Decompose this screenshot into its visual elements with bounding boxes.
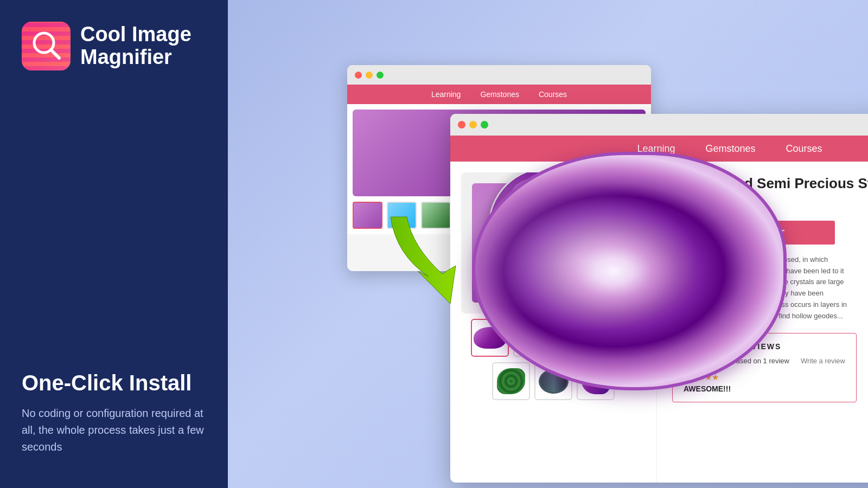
dot-yellow-small: [366, 72, 373, 79]
small-thumb-3: [421, 202, 451, 229]
browser-nav-small: Learning Gemstones Courses: [347, 85, 651, 104]
magnifier-lens: [488, 172, 608, 286]
nav-item-gemstones-small: Gemstones: [480, 90, 519, 99]
thumbnail-row-1: [471, 319, 636, 357]
browser-titlebar-small: [347, 65, 651, 85]
product-info-panel: Geodes and Semi Precious Stone €40,00 AD…: [656, 162, 868, 483]
browser-nav-large: Learning Gemstones Courses: [450, 136, 868, 162]
product-images-column: [450, 162, 656, 483]
nav-item-gemstones-large: Gemstones: [705, 143, 755, 155]
reviews-stars-row: ★★★★★ Based on 1 review Write a review: [684, 355, 845, 367]
dot-red-small: [355, 72, 362, 79]
thumb-green-gem: [556, 319, 593, 357]
review-count: Based on 1 review: [731, 357, 789, 365]
browser-window-large: Learning Gemstones Courses: [450, 114, 868, 483]
thumb-amethyst: [577, 362, 615, 400]
thumb-agate-dark: [534, 362, 572, 400]
browser-titlebar-large: [450, 114, 868, 136]
thumb-purple-slice: [471, 319, 509, 357]
dot-green-small: [376, 72, 384, 79]
product-area: Geodes and Semi Precious Stone €40,00 AD…: [450, 162, 868, 483]
dot-yellow-large: [469, 121, 477, 129]
product-price: €40,00: [672, 198, 868, 211]
dot-green-large: [481, 121, 488, 129]
app-title: Cool Image Magnifier: [80, 23, 206, 69]
small-thumb-2: [387, 202, 417, 229]
small-thumb-1: [353, 202, 382, 229]
logo-area: Cool Image Magnifier: [22, 22, 206, 70]
product-main-image: [461, 172, 646, 313]
left-sidebar: Cool Image Magnifier One-Click Install N…: [0, 0, 228, 488]
reviews-title: CUSTOMER REVIEWS: [684, 342, 845, 351]
product-description: A geode is a rock cavity, normally close…: [672, 254, 857, 322]
bottom-content: One-Click Install No coding or configura…: [22, 370, 206, 455]
stars-display: ★★★★★: [684, 355, 727, 367]
svg-line-1: [51, 50, 59, 58]
customer-reviews-box: CUSTOMER REVIEWS ★★★★★ Based on 1 review…: [672, 333, 857, 402]
nav-item-courses-small: Courses: [539, 90, 567, 99]
nav-item-learning-small: Learning: [431, 90, 461, 99]
add-to-cart-button[interactable]: ADD TO CART: [672, 221, 835, 245]
nav-item-courses-large: Courses: [786, 143, 822, 155]
first-review-stars: ★★★★★: [684, 373, 845, 382]
nav-item-learning-large: Learning: [637, 143, 675, 155]
thumb-malachite: [492, 362, 530, 400]
dot-red-large: [458, 121, 465, 129]
right-panel: Learning Gemstones Courses: [228, 0, 868, 488]
write-review-link[interactable]: Write a review: [801, 357, 845, 365]
one-click-description: No coding or configuration required at a…: [22, 405, 206, 455]
first-review-text: AWESOME!!!: [684, 384, 845, 393]
thumb-dark-geode: [598, 319, 636, 357]
one-click-heading: One-Click Install: [22, 370, 206, 395]
product-title: Geodes and Semi Precious Stone: [672, 175, 868, 193]
app-logo-icon: [22, 22, 71, 70]
thumb-agate-blue: [513, 319, 551, 357]
thumbnail-row-2: [492, 362, 615, 400]
